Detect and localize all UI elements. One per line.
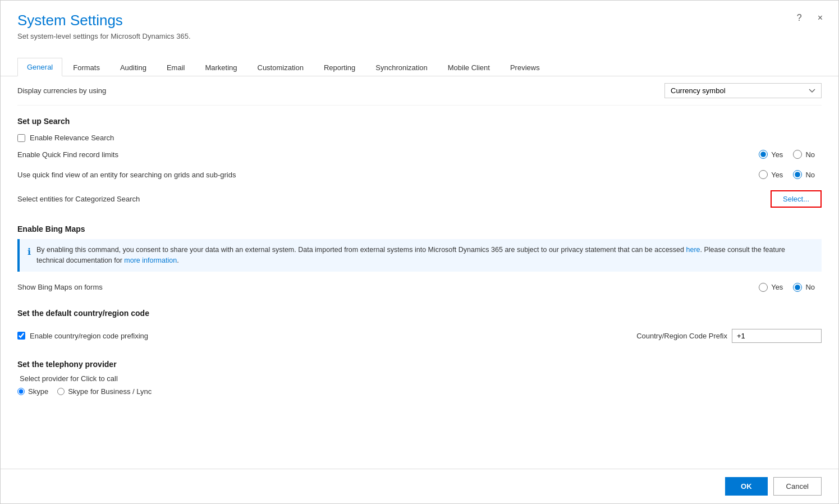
categorized-search-row: Select entities for Categorized Search S… xyxy=(17,185,822,213)
quick-find-limits-radio-group: Yes No xyxy=(759,150,822,159)
quick-find-limits-no-radio[interactable] xyxy=(793,150,802,159)
country-prefix-label: Country/Region Code Prefix xyxy=(636,332,727,340)
country-heading: Set the default country/region code xyxy=(17,309,822,318)
bing-maps-no-radio[interactable] xyxy=(793,283,802,292)
enable-prefix-row: Enable country/region code prefixing xyxy=(17,329,148,342)
quick-find-view-row: Use quick find view of an entity for sea… xyxy=(17,164,822,185)
quick-find-view-radio-group: Yes No xyxy=(759,170,822,179)
tab-previews[interactable]: Previews xyxy=(501,58,549,76)
dialog-footer: OK Cancel xyxy=(1,469,838,503)
tab-email[interactable]: Email xyxy=(157,58,195,76)
quick-find-limits-row: Enable Quick Find record limits Yes No xyxy=(17,144,822,164)
tab-mobile-client[interactable]: Mobile Client xyxy=(438,58,499,76)
quick-find-view-yes-label: Yes xyxy=(771,171,783,179)
enable-prefix-checkbox[interactable] xyxy=(17,332,25,340)
categorized-search-label: Select entities for Categorized Search xyxy=(17,195,140,203)
telephony-radio-group: Skype Skype for Business / Lync xyxy=(17,387,822,396)
tabs-container: General Formats Auditing Email Marketing… xyxy=(1,57,838,76)
skype-business-radio[interactable] xyxy=(57,388,65,395)
bing-maps-info-box: ℹ By enabling this command, you consent … xyxy=(17,239,822,272)
system-settings-dialog: System Settings Set system-level setting… xyxy=(0,0,839,504)
help-button[interactable]: ? xyxy=(792,11,806,25)
search-heading: Set up Search xyxy=(17,117,822,126)
show-bing-maps-row: Show Bing Maps on forms Yes No xyxy=(17,277,822,297)
dialog-title: System Settings xyxy=(17,12,822,29)
quick-find-limits-yes-label: Yes xyxy=(771,150,783,159)
country-prefix-input[interactable] xyxy=(732,329,822,343)
telephony-select-label: Select provider for Click to call xyxy=(17,374,822,383)
enable-relevance-search-row: Enable Relevance Search xyxy=(17,131,822,144)
dialog-header: System Settings Set system-level setting… xyxy=(1,1,838,46)
tab-general[interactable]: General xyxy=(17,58,62,76)
ok-button[interactable]: OK xyxy=(725,477,768,496)
skype-business-label: Skype for Business / Lync xyxy=(68,387,152,396)
currency-label: Display currencies by using xyxy=(17,86,106,95)
quick-find-limits-label: Enable Quick Find record limits xyxy=(17,150,118,159)
tab-formats[interactable]: Formats xyxy=(63,58,109,76)
dialog-controls: ? × xyxy=(792,11,827,25)
tab-customization[interactable]: Customization xyxy=(248,58,313,76)
bing-maps-yes-radio[interactable] xyxy=(759,283,768,292)
telephony-section: Set the telephony provider Select provid… xyxy=(17,360,822,396)
dialog-subtitle: Set system-level settings for Microsoft … xyxy=(17,32,822,40)
cancel-button[interactable]: Cancel xyxy=(773,477,822,496)
quick-find-view-yes-radio[interactable] xyxy=(759,170,768,179)
info-icon: ℹ xyxy=(27,245,31,266)
skype-label: Skype xyxy=(28,387,48,396)
more-information-link[interactable]: more information xyxy=(124,256,177,264)
tab-auditing[interactable]: Auditing xyxy=(111,58,156,76)
skype-radio[interactable] xyxy=(17,388,25,395)
privacy-here-link[interactable]: here xyxy=(686,246,700,254)
bing-maps-yes-label: Yes xyxy=(771,283,783,291)
close-button[interactable]: × xyxy=(813,11,827,25)
bing-maps-heading: Enable Bing Maps xyxy=(17,224,822,233)
quick-find-limits-yes-radio[interactable] xyxy=(759,150,768,159)
telephony-heading: Set the telephony provider xyxy=(17,360,822,369)
tab-marketing[interactable]: Marketing xyxy=(195,58,246,76)
show-bing-maps-radio-group: Yes No xyxy=(759,283,822,292)
enable-relevance-search-checkbox[interactable] xyxy=(17,134,25,142)
enable-prefix-label: Enable country/region code prefixing xyxy=(30,332,148,340)
currency-dropdown[interactable]: Currency symbol Currency code Currency n… xyxy=(664,83,822,98)
tab-synchronization[interactable]: Synchronization xyxy=(366,58,437,76)
quick-find-limits-no-label: No xyxy=(805,150,815,159)
tab-reporting[interactable]: Reporting xyxy=(314,58,365,76)
show-bing-maps-label: Show Bing Maps on forms xyxy=(17,283,103,291)
enable-relevance-search-label: Enable Relevance Search xyxy=(30,134,114,142)
bing-maps-info-text: By enabling this command, you consent to… xyxy=(36,245,814,266)
content-inner: Display currencies by using Currency sym… xyxy=(1,76,838,407)
content-area: Display currencies by using Currency sym… xyxy=(1,76,838,469)
bing-maps-no-label: No xyxy=(805,283,815,291)
currency-row: Display currencies by using Currency sym… xyxy=(17,76,822,106)
country-prefix-right: Country/Region Code Prefix xyxy=(636,329,822,343)
quick-find-view-no-radio[interactable] xyxy=(793,170,802,179)
quick-find-view-no-label: No xyxy=(805,171,815,179)
country-row: Enable country/region code prefixing Cou… xyxy=(17,323,822,349)
quick-find-view-label: Use quick find view of an entity for sea… xyxy=(17,171,236,179)
select-entities-button[interactable]: Select... xyxy=(771,190,822,208)
